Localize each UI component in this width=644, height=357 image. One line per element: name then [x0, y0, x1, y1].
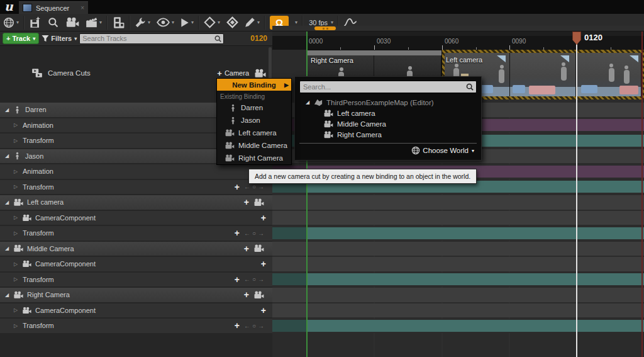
playback-options-button[interactable]: ▾ — [177, 14, 197, 31]
expander-closed-icon[interactable]: ▷ — [13, 230, 19, 236]
find-in-content-browser-button[interactable] — [44, 14, 62, 31]
timeline-row-transform[interactable] — [272, 273, 644, 287]
timeline-row-transform[interactable] — [272, 226, 644, 241]
expander-open-icon[interactable]: ◢ — [4, 107, 10, 113]
tree-item-world[interactable]: ◢ ThirdPersonExampleMap (Editor) — [299, 97, 477, 108]
track-row-transform[interactable]: ▷ Transform + ← ○ → — [0, 319, 272, 333]
add-key-icon[interactable]: ○ — [252, 183, 256, 190]
timeline-row-right-camera[interactable] — [272, 288, 644, 302]
track-row-transform[interactable]: ▷ Transform + ← ○ → — [0, 226, 272, 241]
expander-open-icon[interactable]: ◢ — [4, 200, 10, 205]
next-key-icon[interactable]: → — [258, 230, 264, 237]
tab-close-icon[interactable]: × — [80, 4, 84, 11]
add-key-icon[interactable]: ○ — [252, 322, 256, 329]
tree-item-left-camera[interactable]: Left camera — [299, 108, 477, 118]
add-key-button[interactable]: + — [235, 183, 240, 191]
expander-open-icon[interactable]: ◢ — [4, 292, 10, 298]
current-time-field[interactable]: 0120 — [250, 34, 267, 43]
next-key-icon[interactable]: → — [258, 322, 264, 329]
next-key-icon[interactable]: → — [258, 276, 264, 283]
track-row-cameracomponent[interactable]: ▷ CameraComponent + — [0, 211, 272, 225]
expander-open-icon[interactable]: ◢ — [4, 153, 10, 159]
search-tracks-input[interactable] — [80, 35, 214, 42]
prev-key-icon[interactable]: ← — [244, 230, 250, 237]
add-key-button[interactable]: + — [235, 229, 240, 237]
track-row-left-camera[interactable]: ◢ Left camera + — [0, 195, 272, 210]
add-track-button[interactable]: + Track ▾ — [3, 33, 39, 44]
tree-item-middle-camera[interactable]: Middle Camera — [299, 118, 477, 129]
prev-key-icon[interactable]: ← — [244, 322, 250, 329]
timeline-row-cameracomponent[interactable] — [272, 257, 644, 271]
track-row-right-camera[interactable]: ◢ Right Camera + — [0, 288, 272, 302]
expander-closed-icon[interactable]: ▷ — [13, 307, 19, 313]
expander-closed-icon[interactable]: ▷ — [13, 261, 19, 267]
next-key-icon[interactable]: → — [258, 183, 264, 190]
expander-closed-icon[interactable]: ▷ — [13, 122, 19, 128]
expander-open-icon[interactable]: ◢ — [4, 246, 10, 251]
timeline-row-transform[interactable] — [272, 319, 644, 333]
tab-sequencer[interactable]: Sequencer × — [19, 1, 88, 14]
add-track-button[interactable]: + — [244, 244, 249, 253]
menu-item-darren[interactable]: Darren — [217, 101, 291, 114]
auto-key-button[interactable] — [223, 14, 242, 31]
timeline-row-middle-camera[interactable] — [272, 242, 644, 256]
expander-closed-icon[interactable]: ▷ — [13, 138, 19, 144]
add-key-button[interactable]: + — [235, 321, 240, 330]
menu-item-jason[interactable]: Jason — [217, 114, 291, 127]
menu-item-new-binding[interactable]: New Binding ▶ — [217, 79, 291, 91]
add-section-button[interactable]: + — [261, 306, 266, 315]
expander-closed-icon[interactable]: ▷ — [13, 276, 19, 282]
add-section-button[interactable]: + — [261, 213, 266, 222]
world-browse-button[interactable]: ▾ — [0, 14, 22, 31]
camera-lock-icon[interactable] — [253, 291, 264, 299]
add-key-button[interactable]: + — [235, 275, 240, 284]
create-camera-button[interactable] — [62, 14, 82, 31]
playback-range-end-marker[interactable] — [641, 31, 643, 357]
menu-item-right-camera[interactable]: Right Camera — [217, 152, 291, 164]
expander-closed-icon[interactable]: ▷ — [13, 169, 19, 174]
save-button[interactable] — [26, 14, 44, 31]
add-key-icon[interactable]: ○ — [252, 230, 256, 237]
track-row-cameracomponent[interactable]: ▷ CameraComponent + — [0, 257, 272, 271]
track-row-transform[interactable]: ▷ Transform + ← ○ → — [0, 273, 272, 287]
add-section-button[interactable]: + — [261, 259, 266, 268]
timeline-row-cameracomponent[interactable] — [272, 211, 644, 225]
track-row-middle-camera[interactable]: ◢ Middle Camera + — [0, 242, 272, 256]
binding-search-input[interactable] — [300, 83, 470, 91]
timeline-scrollbar-thumb[interactable] — [314, 26, 336, 30]
track-row-animation[interactable]: ▷ Animation + — [0, 164, 272, 179]
keyframe-options-button[interactable]: ▾ — [201, 14, 223, 31]
general-options-button[interactable]: ▾ — [131, 14, 153, 31]
transform-section[interactable] — [272, 320, 644, 332]
add-track-button[interactable]: + — [244, 290, 249, 299]
expander-closed-icon[interactable]: ▷ — [13, 184, 19, 190]
timeline-row-left-camera[interactable] — [272, 195, 644, 210]
ruler-tick-label: 0060 — [445, 38, 458, 45]
camera-lock-icon[interactable] — [253, 244, 264, 252]
render-movie-button[interactable] — [109, 14, 128, 31]
edit-options-button[interactable]: ▾ — [242, 14, 263, 31]
view-options-button[interactable]: ▾ — [153, 14, 177, 31]
menu-item-left-camera[interactable]: Left camera — [217, 127, 291, 139]
prev-key-icon[interactable]: ← — [244, 276, 250, 283]
prev-key-icon[interactable]: ← — [244, 183, 250, 190]
camera-lock-icon[interactable] — [253, 198, 264, 207]
add-track-button[interactable]: + — [244, 198, 249, 207]
track-row-cameracomponent[interactable]: ▷ CameraComponent + — [0, 303, 272, 318]
tree-item-right-camera[interactable]: Right Camera — [299, 129, 477, 140]
playhead-line[interactable] — [576, 31, 577, 357]
expander-closed-icon[interactable]: ▷ — [13, 323, 19, 329]
master-sequence-button[interactable]: ▾ — [82, 14, 105, 31]
timeline-horizontal-scrollbar[interactable] — [272, 26, 644, 31]
expander-closed-icon[interactable]: ▷ — [13, 215, 19, 220]
expander-open-icon[interactable]: ◢ — [304, 99, 311, 105]
track-row-transform[interactable]: ▷ Transform + ← ○ → — [0, 180, 272, 195]
filters-button[interactable]: Filters ▾ — [42, 35, 77, 42]
add-camera-button[interactable]: + Camera — [217, 69, 266, 78]
timeline-row-cameracomponent[interactable] — [272, 303, 644, 318]
transform-section[interactable] — [272, 273, 644, 285]
choose-world-button[interactable]: Choose World ▾ — [299, 144, 477, 157]
add-key-icon[interactable]: ○ — [252, 276, 256, 283]
menu-item-middle-camera[interactable]: Middle Camera — [217, 139, 291, 152]
transform-section[interactable] — [272, 227, 644, 239]
